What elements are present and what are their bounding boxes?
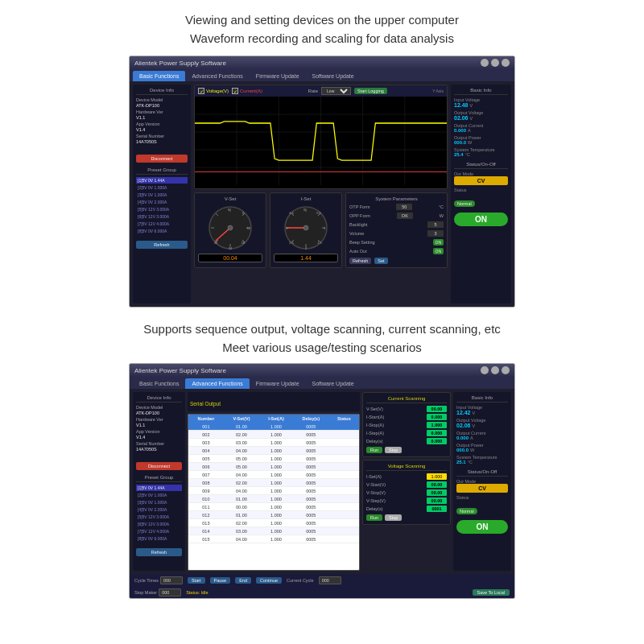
serial-output-table: Number V-Set(V) I-Set(A) Delay(s) Status…	[188, 414, 360, 571]
w2-preset-4[interactable]: [4]5V 0V 2.000A	[136, 506, 182, 513]
pause-btn[interactable]: Pause	[210, 577, 231, 584]
minimize-btn[interactable]	[481, 59, 489, 67]
w2-preset-6[interactable]: [6]5V 12V 3.000A	[136, 521, 182, 527]
current-cycle-input[interactable]	[319, 576, 341, 584]
preset-item-5[interactable]: [5]5V 12V 3.000A	[136, 206, 188, 213]
tab-firmware-update[interactable]: Firmware Update	[250, 71, 306, 81]
w2-preset-1[interactable]: [1]5V 0V 1.44A	[136, 485, 182, 491]
vs-delay-value[interactable]: 0001	[427, 506, 447, 512]
w2-tab-firmware[interactable]: Firmware Update	[250, 378, 306, 389]
otp-unit: °C	[439, 204, 444, 209]
cs-stop-btn[interactable]: Stop	[385, 447, 402, 453]
current-label: Current(A)	[240, 89, 262, 93]
vs-vstart-value[interactable]: 00.00	[427, 481, 447, 488]
cs-delay-value[interactable]: 0.000	[427, 438, 447, 444]
table-row[interactable]: 001 01.00 1.000 0005	[188, 423, 359, 431]
w2-status-title: Status/On-Off	[456, 469, 508, 477]
preset-item-7[interactable]: [7]5V 12V 4.000A	[136, 221, 188, 227]
table-row[interactable]: 011 00.00 1.000 0005	[188, 503, 359, 511]
start-btn[interactable]: Start	[188, 577, 205, 584]
vs-stop-btn[interactable]: Stop	[385, 514, 402, 521]
cs-vset-value[interactable]: 00.00	[427, 406, 447, 412]
preset-item-3[interactable]: [3]5V 0V 1.000A	[136, 192, 188, 198]
table-row[interactable]: 002 02.00 1.000 0005	[188, 431, 359, 439]
cs-istep-value[interactable]: 0.000	[427, 430, 447, 436]
w2-on-badge[interactable]: ON	[456, 520, 508, 534]
serial-output-title: Serial Output	[190, 401, 221, 407]
w2-close-btn[interactable]	[502, 366, 510, 374]
table-row[interactable]: 006 05.00 1.000 0005	[188, 463, 359, 471]
cs-istart-value[interactable]: 0.000	[427, 414, 447, 420]
vset-value: 00.04	[198, 254, 262, 262]
stop-marker-input[interactable]	[159, 588, 181, 597]
save-to-local-btn[interactable]: Save To Local	[473, 589, 510, 596]
current-checkbox-group: ✓ Current(A)	[232, 88, 262, 94]
w2-tab-advanced[interactable]: Advanced Functions	[185, 378, 249, 389]
voltage-checkbox[interactable]: ✓	[198, 88, 204, 94]
w2-preset-5[interactable]: [5]5V 12V 3.000A	[136, 514, 182, 520]
close-btn[interactable]	[502, 59, 510, 67]
w2-disconnect-button[interactable]: Disconnect	[136, 462, 182, 470]
end-btn[interactable]: End	[235, 577, 251, 584]
table-row[interactable]: 015 04.00 1.000 0005	[188, 535, 359, 543]
rate-label: Rate	[308, 89, 318, 93]
table-row[interactable]: 004 04.00 1.000 0005	[188, 447, 359, 455]
on-badge[interactable]: ON	[454, 213, 508, 226]
table-row[interactable]: 007 04.00 1.000 0005	[188, 471, 359, 479]
table-row[interactable]: 003 03.00 1.000 0005	[188, 439, 359, 447]
param-buttons: Refresh Set	[349, 258, 444, 264]
w2-preset-3[interactable]: [3]5V 0V 1.000A	[136, 499, 182, 506]
page-container: Viewing and setting devices on the upper…	[0, 0, 644, 644]
table-row[interactable]: 013 02.00 1.000 0005	[188, 519, 359, 527]
logging-button[interactable]: Start Logging	[354, 88, 387, 94]
continue-btn[interactable]: Continue	[256, 577, 282, 584]
preset-item-4[interactable]: [4]5V 0V 2.000A	[136, 199, 188, 205]
tab-basic-functions[interactable]: Basic Functions	[133, 71, 185, 81]
table-row[interactable]: 010 01.00 1.000 0005	[188, 495, 359, 503]
iset-dial[interactable]: 0 0.5 1 1.5 2 2.5 3 4.5	[282, 204, 330, 252]
vs-delay-row: Delay(s) 0001	[366, 506, 447, 512]
table-row[interactable]: 008 02.00 1.000 0005	[188, 479, 359, 487]
maximize-btn[interactable]	[491, 59, 499, 67]
vs-iset-value[interactable]: 1.000	[427, 473, 447, 480]
chart-area: ✓ Voltage(V) ✓ Current(A) Rate Low High …	[194, 85, 448, 189]
cs-istop-value[interactable]: 1.000	[427, 422, 447, 428]
preset-item-2[interactable]: [2]5V 0V 1.000A	[136, 184, 188, 191]
current-checkbox[interactable]: ✓	[232, 88, 238, 94]
params-refresh-btn[interactable]: Refresh	[349, 258, 371, 264]
params-set-btn[interactable]: Set	[374, 258, 387, 264]
cs-run-btn[interactable]: Run	[366, 447, 382, 453]
w2-maximize-btn[interactable]	[491, 366, 499, 374]
w2-preset-8[interactable]: [8]5V 0V 6.000A	[136, 535, 182, 542]
w2-minimize-btn[interactable]	[481, 366, 489, 374]
cycle-input[interactable]	[160, 576, 183, 584]
cs-istop-label: I-Stop(A)	[366, 423, 384, 427]
vs-vstop-value[interactable]: 00.00	[427, 489, 447, 496]
cs-istart-label: I-Start(A)	[366, 415, 384, 419]
voltage-checkbox-group: ✓ Voltage(V)	[198, 88, 229, 94]
w2-preset-7[interactable]: [7]5V 12V 4.000A	[136, 528, 182, 535]
table-row[interactable]: 012 01.00 1.000 0005	[188, 511, 359, 519]
preset-item-6[interactable]: [6]5V 12V 3.000A	[136, 213, 188, 220]
vset-dial[interactable]: 0 6 12 18 24 30	[206, 204, 254, 252]
w2-tab-software[interactable]: Software Update	[306, 378, 361, 389]
preset-item-8[interactable]: [8]5V 0V 6.000A	[136, 228, 188, 234]
table-row[interactable]: 009 04.00 1.000 0005	[188, 487, 359, 495]
tab-software-update[interactable]: Software Update	[306, 71, 361, 81]
w2-output-voltage-value: 02.06	[456, 423, 471, 428]
preset-item-1[interactable]: [1]5V 0V 1.44A	[136, 177, 188, 184]
beep-toggle[interactable]: ON	[433, 239, 444, 246]
table-row[interactable]: 005 05.00 1.000 0005	[188, 455, 359, 463]
refresh-button-1[interactable]: Refresh	[136, 241, 188, 249]
auto-toggle[interactable]: ON	[433, 248, 444, 254]
tab-advanced-functions[interactable]: Advanced Functions	[185, 71, 249, 81]
vs-vstep-value[interactable]: 00.00	[427, 497, 447, 504]
table-row[interactable]: 014 03.00 1.000 0005	[188, 527, 359, 535]
device-info-title: Device Info	[136, 88, 188, 95]
rate-select[interactable]: Low High	[321, 87, 351, 95]
vs-run-btn[interactable]: Run	[366, 514, 382, 521]
disconnect-button[interactable]: Disconnect	[136, 155, 188, 163]
w2-preset-2[interactable]: [2]5V 0V 1.000A	[136, 492, 182, 498]
w2-tab-basic[interactable]: Basic Functions	[133, 378, 185, 389]
w2-refresh-button[interactable]: Refresh	[136, 548, 182, 556]
